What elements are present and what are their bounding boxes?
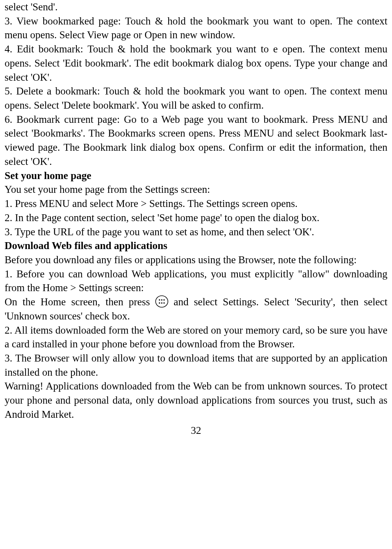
list-item-home-1: 1. Press MENU and select More > Settings… <box>5 197 387 211</box>
page-number: 32 <box>5 425 387 437</box>
paragraph-download-intro: Before you download any files or applica… <box>5 253 387 267</box>
apps-icon <box>155 295 168 308</box>
list-item-download-3: 3. The Browser will only allow you to do… <box>5 351 387 379</box>
text-before-icon: On the Home screen, then press <box>5 296 155 308</box>
svg-point-4 <box>159 302 160 304</box>
svg-point-2 <box>161 299 163 301</box>
svg-point-6 <box>163 302 165 304</box>
paragraph-warning: Warning! Applications downloaded from th… <box>5 379 387 421</box>
list-item-home-2: 2. In the Page content section, select '… <box>5 211 387 225</box>
heading-set-home-page: Set your home page <box>5 169 387 183</box>
paragraph-apps-icon-line: On the Home screen, then press and selec… <box>5 295 387 323</box>
svg-point-0 <box>156 296 168 307</box>
list-item-download-2: 2. All items downloaded form the Web are… <box>5 323 387 351</box>
document-page: select 'Send'. 3. View bookmarked page: … <box>0 0 392 444</box>
heading-download-web-files: Download Web files and applications <box>5 239 387 253</box>
paragraph-edit-bookmark: 4. Edit bookmark: Touch & hold the bookm… <box>5 42 387 84</box>
list-item-home-3: 3. Type the URL of the page you want to … <box>5 225 387 239</box>
paragraph-bookmark-current: 6. Bookmark current page: Go to a Web pa… <box>5 112 387 169</box>
paragraph-delete-bookmark: 5. Delete a bookmark: Touch & hold the b… <box>5 84 387 112</box>
svg-point-1 <box>159 299 160 301</box>
paragraph-home-intro: You set your home page from the Settings… <box>5 182 387 197</box>
svg-point-3 <box>163 299 165 301</box>
svg-point-5 <box>161 302 163 304</box>
paragraph-send-fragment: select 'Send'. <box>5 0 387 14</box>
list-item-download-1: 1. Before you can download Web applicati… <box>5 267 387 295</box>
paragraph-view-bookmarked: 3. View bookmarked page: Touch & hold th… <box>5 14 387 42</box>
